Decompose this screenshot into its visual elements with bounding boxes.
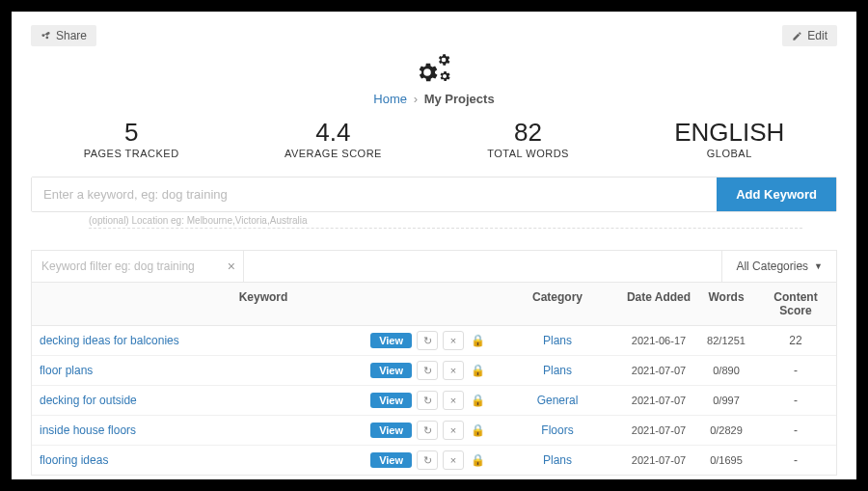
chevron-down-icon: ▼ — [814, 261, 823, 271]
words-cell: 0/997 — [697, 390, 755, 411]
lock-icon: 🔒 — [471, 453, 485, 467]
refresh-icon[interactable]: ↻ — [417, 361, 438, 380]
category-link[interactable]: Plans — [543, 364, 572, 377]
date-cell: 2021-07-07 — [620, 420, 697, 441]
breadcrumb-sep: › — [414, 92, 418, 106]
keyword-link[interactable]: inside house floors — [38, 423, 370, 437]
score-cell: - — [755, 359, 836, 382]
col-date: Date Added — [620, 283, 697, 325]
stat-lang: ENGLISHGLOBAL — [674, 118, 784, 159]
view-button[interactable]: View — [370, 393, 412, 408]
pencil-icon — [792, 31, 802, 41]
category-link[interactable]: Plans — [543, 334, 572, 347]
stat-words: 82TOTAL WORDS — [487, 118, 569, 159]
gears-icon — [415, 52, 453, 87]
col-category: Category — [495, 283, 620, 325]
lock-icon: 🔒 — [471, 334, 485, 347]
refresh-icon[interactable]: ↻ — [417, 421, 438, 440]
view-button[interactable]: View — [370, 452, 412, 468]
filter-input[interactable] — [32, 251, 243, 282]
view-button[interactable]: View — [370, 423, 412, 438]
delete-icon[interactable]: × — [443, 450, 464, 470]
date-cell: 2021-07-07 — [620, 390, 697, 411]
col-score: Content Score — [755, 283, 836, 325]
refresh-icon[interactable]: ↻ — [417, 391, 438, 410]
delete-icon[interactable]: × — [443, 421, 464, 440]
score-cell: - — [755, 389, 836, 412]
category-link[interactable]: General — [537, 394, 579, 407]
edit-label: Edit — [807, 29, 827, 42]
add-keyword-button[interactable]: Add Keyword — [717, 177, 836, 211]
stat-score: 4.4AVERAGE SCORE — [285, 118, 382, 159]
keyword-link[interactable]: floor plans — [38, 364, 370, 377]
words-cell: 0/1695 — [697, 450, 755, 471]
keyword-link[interactable]: decking ideas for balconies — [38, 334, 370, 347]
lock-icon: 🔒 — [471, 364, 485, 377]
category-link[interactable]: Plans — [543, 453, 572, 467]
score-cell: - — [755, 419, 836, 442]
score-cell: 22 — [755, 329, 836, 352]
stats-row: 5PAGES TRACKED 4.4AVERAGE SCORE 82TOTAL … — [31, 118, 837, 159]
edit-button[interactable]: Edit — [782, 25, 837, 46]
table-row: inside house floorsView↻×🔒Floors2021-07-… — [32, 416, 836, 446]
keyword-link[interactable]: decking for outside — [38, 394, 370, 407]
date-cell: 2021-07-07 — [620, 450, 697, 471]
share-label: Share — [56, 29, 87, 42]
table-row: floor plansView↻×🔒Plans2021-07-070/890- — [32, 356, 836, 386]
breadcrumb-home[interactable]: Home — [373, 92, 407, 106]
lock-icon: 🔒 — [471, 394, 485, 407]
keyword-input[interactable] — [32, 177, 717, 211]
table-row: decking ideas for balconiesView↻×🔒Plans2… — [32, 326, 836, 356]
refresh-icon[interactable]: ↻ — [417, 450, 438, 470]
location-hint: (optional) Location eg: Melbourne,Victor… — [89, 215, 802, 229]
refresh-icon[interactable]: ↻ — [417, 331, 438, 350]
filter-clear-icon[interactable]: × — [228, 259, 235, 274]
breadcrumb-current: My Projects — [424, 92, 495, 106]
category-select[interactable]: All Categories ▼ — [721, 251, 836, 282]
delete-icon[interactable]: × — [443, 331, 464, 350]
category-link[interactable]: Floors — [541, 423, 573, 437]
date-cell: 2021-06-17 — [620, 330, 697, 351]
lock-icon: 🔒 — [471, 423, 485, 437]
share-icon — [41, 31, 51, 41]
keyword-link[interactable]: flooring ideas — [38, 453, 370, 467]
col-words: Words — [697, 283, 755, 325]
breadcrumb: Home › My Projects — [31, 92, 837, 106]
date-cell: 2021-07-07 — [620, 360, 697, 381]
category-select-label: All Categories — [736, 259, 808, 273]
share-button[interactable]: Share — [31, 25, 96, 46]
view-button[interactable]: View — [370, 333, 412, 348]
words-cell: 0/2829 — [697, 420, 755, 441]
stat-pages: 5PAGES TRACKED — [84, 118, 179, 159]
delete-icon[interactable]: × — [443, 391, 464, 410]
view-button[interactable]: View — [370, 363, 412, 378]
col-keyword: Keyword — [32, 283, 495, 325]
table-row: decking for outsideView↻×🔒General2021-07… — [32, 386, 836, 416]
delete-icon[interactable]: × — [443, 361, 464, 380]
words-cell: 0/890 — [697, 360, 755, 381]
table-row: flooring ideasView↻×🔒Plans2021-07-070/16… — [32, 446, 836, 475]
score-cell: - — [755, 449, 836, 472]
words-cell: 82/1251 — [697, 330, 755, 351]
